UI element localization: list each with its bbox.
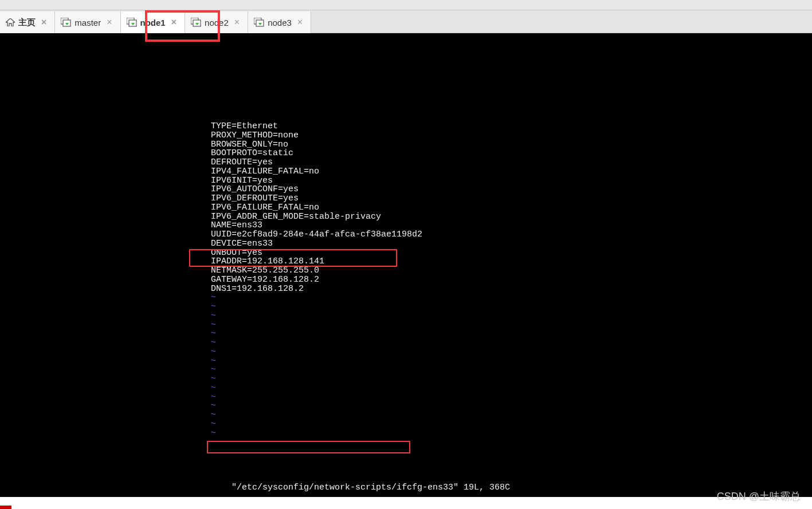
tab-node3-close[interactable]: × <box>295 17 305 27</box>
home-icon <box>6 18 15 26</box>
toolbar-strip <box>0 0 812 10</box>
tab-node2-close[interactable]: × <box>232 17 242 27</box>
bottom-corner-indicator <box>0 506 11 509</box>
vm-icon <box>191 18 201 27</box>
vim-file-path: "/etc/sysconfig/network-scripts/ifcfg-en… <box>232 483 458 492</box>
tab-node1[interactable]: node1 × <box>121 11 186 33</box>
terminal-content: TYPE=Ethernet PROXY_METHOD=none BROWSER_… <box>211 122 422 437</box>
tab-home-close[interactable]: × <box>39 17 49 27</box>
tab-bar: 主页 × master × node1 × node2 × node3 × <box>0 10 812 33</box>
tab-node1-label: node1 <box>140 18 166 27</box>
tab-node2-label: node2 <box>205 18 229 27</box>
vm-icon <box>127 18 137 27</box>
tab-home-label: 主页 <box>18 17 36 28</box>
tab-node2[interactable]: node2 × <box>185 11 248 33</box>
tab-home[interactable]: 主页 × <box>0 11 55 33</box>
tab-master[interactable]: master × <box>55 11 120 33</box>
vim-file-info: 19L, 368C <box>458 483 510 492</box>
vm-icon <box>61 18 71 27</box>
tab-node1-close[interactable]: × <box>169 17 179 27</box>
vim-status-line: "/etc/sysconfig/network-scripts/ifcfg-en… <box>211 474 510 501</box>
tab-master-close[interactable]: × <box>104 17 114 27</box>
vm-icon <box>254 18 264 27</box>
tab-node3[interactable]: node3 × <box>248 11 311 33</box>
tab-node3-label: node3 <box>268 18 292 27</box>
tab-master-label: master <box>74 18 101 27</box>
terminal-pane[interactable]: TYPE=Ethernet PROXY_METHOD=none BROWSER_… <box>0 33 812 497</box>
watermark: CSDN @土味霸总 <box>717 490 801 503</box>
